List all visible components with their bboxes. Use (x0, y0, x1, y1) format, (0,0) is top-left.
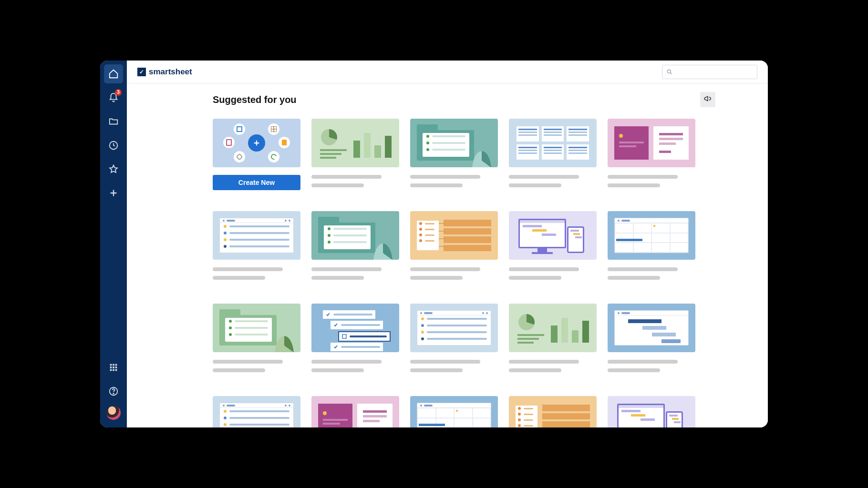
svg-rect-8 (113, 369, 114, 371)
template-thumb-kanban-blue (509, 119, 597, 167)
clock-icon (108, 140, 119, 151)
search-input[interactable] (662, 65, 757, 79)
megaphone-icon (703, 94, 712, 105)
folder-icon (108, 116, 119, 127)
apps-grid-icon (108, 362, 119, 373)
placeholder-line (311, 267, 382, 271)
notification-badge: 3 (115, 89, 122, 96)
svg-point-12 (667, 70, 671, 73)
template-thumb-folder-checklist (410, 119, 498, 167)
placeholder-line (410, 267, 480, 271)
template-thumb-folder-checklist (311, 211, 399, 260)
placeholder-line (213, 360, 283, 364)
template-thumb-report-orange (509, 396, 597, 427)
template-card[interactable] (213, 396, 300, 427)
nav-folder[interactable] (104, 112, 123, 131)
placeholder-line (311, 276, 364, 280)
template-card[interactable] (509, 119, 597, 192)
svg-rect-4 (110, 366, 112, 368)
placeholder-line (608, 276, 660, 280)
nav-add[interactable] (104, 183, 123, 203)
svg-rect-9 (115, 369, 117, 371)
svg-point-11 (113, 393, 114, 394)
placeholder-line (213, 368, 265, 372)
announcements-button[interactable] (700, 92, 715, 107)
nav-notifications[interactable]: 3 (104, 88, 123, 107)
svg-rect-16 (342, 335, 346, 338)
svg-rect-3 (115, 364, 117, 366)
template-thumb-calendar-blue (410, 396, 498, 427)
placeholder-line (311, 175, 382, 179)
template-thumb-gantt-devices (608, 396, 695, 427)
placeholder-line (509, 183, 561, 187)
section-title: Suggested for you (213, 94, 297, 105)
placeholder-line (311, 183, 364, 187)
template-card[interactable] (311, 396, 399, 427)
star-icon (108, 164, 119, 174)
template-thumb-gantt-blue (608, 304, 695, 352)
template-thumb-folder-checklist-green (213, 304, 300, 352)
placeholder-line (410, 183, 463, 187)
template-grid: Create New (213, 119, 715, 427)
brand[interactable]: ✓ smartsheet (137, 67, 192, 77)
template-card[interactable] (509, 211, 597, 285)
nav-recents[interactable] (104, 136, 123, 155)
brand-logo-icon: ✓ (137, 68, 146, 76)
home-icon (108, 69, 119, 79)
search-icon (666, 69, 673, 75)
template-card[interactable] (410, 119, 498, 192)
nav-home[interactable] (104, 64, 123, 83)
template-card[interactable] (311, 304, 399, 377)
template-card[interactable] (509, 304, 597, 377)
placeholder-line (509, 267, 579, 271)
placeholder-line (509, 175, 579, 179)
template-card[interactable] (608, 304, 695, 377)
nav-favorites[interactable] (104, 160, 123, 179)
template-card[interactable] (608, 211, 695, 285)
placeholder-line (608, 360, 678, 364)
svg-rect-5 (113, 366, 114, 368)
template-card[interactable] (213, 211, 300, 285)
template-thumb-dashboard-green (311, 119, 399, 167)
svg-rect-1 (110, 364, 112, 366)
placeholder-line (509, 368, 561, 372)
nav-apps[interactable] (104, 358, 123, 377)
template-thumb-checklist-cards (311, 304, 399, 352)
template-card[interactable] (311, 211, 399, 285)
create-new-button[interactable]: Create New (213, 175, 300, 190)
template-card[interactable] (509, 396, 597, 427)
template-card[interactable] (608, 119, 695, 192)
placeholder-line (509, 360, 579, 364)
brand-name: smartsheet (149, 67, 192, 77)
svg-rect-2 (113, 364, 114, 366)
app-window: 3 (100, 61, 768, 427)
nav-help[interactable] (104, 382, 123, 401)
template-card[interactable] (410, 304, 498, 377)
user-avatar[interactable] (106, 406, 121, 420)
placeholder-line (608, 175, 678, 179)
template-card[interactable] (410, 396, 498, 427)
template-card[interactable] (213, 304, 300, 377)
template-thumb-doc-pink (311, 396, 399, 427)
template-thumb-calendar-blue (608, 211, 695, 260)
template-card[interactable] (410, 211, 498, 285)
main-region: ✓ smartsheet Suggested for you (127, 61, 768, 427)
template-thumb-dashboard-green (509, 304, 597, 352)
section-header: Suggested for you (213, 92, 715, 107)
svg-rect-7 (110, 369, 112, 371)
placeholder-line (608, 183, 660, 187)
template-thumb-list-blue (213, 396, 300, 427)
placeholder-line (213, 276, 265, 280)
left-sidebar: 3 (100, 61, 127, 427)
placeholder-line (410, 276, 463, 280)
placeholder-line (213, 267, 283, 271)
template-thumb-report-orange (410, 211, 498, 260)
plus-icon (108, 188, 119, 198)
content-area: Suggested for you (127, 83, 768, 427)
placeholder-line (311, 368, 364, 372)
svg-rect-6 (115, 366, 117, 368)
placeholder-line (608, 267, 678, 271)
template-card[interactable] (311, 119, 399, 192)
template-thumb-gantt-devices (509, 211, 597, 260)
template-card[interactable] (608, 396, 695, 427)
